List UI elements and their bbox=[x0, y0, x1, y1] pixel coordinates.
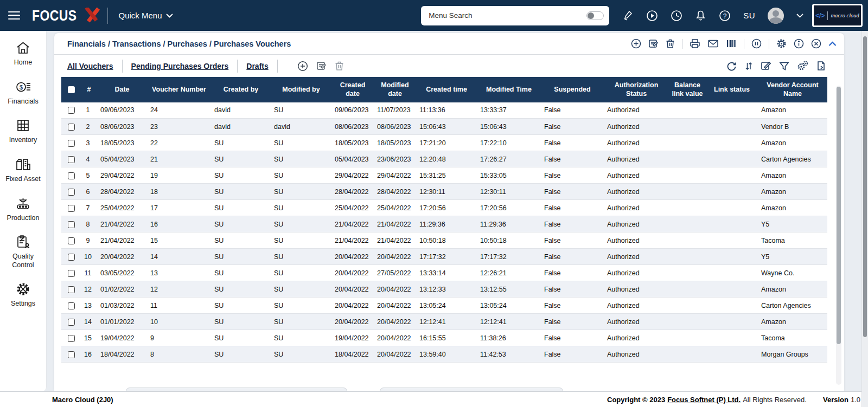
table-scrollbar-thumb[interactable] bbox=[837, 87, 841, 344]
hand-writing-icon[interactable] bbox=[622, 10, 634, 21]
column-header-created-by[interactable]: Created by bbox=[211, 77, 271, 102]
quick-menu-button[interactable]: Quick Menu bbox=[119, 11, 173, 20]
tab-all-vouchers[interactable]: All Vouchers bbox=[67, 62, 113, 70]
search-toggle[interactable] bbox=[586, 11, 604, 20]
edit-voucher-icon[interactable] bbox=[316, 61, 327, 71]
profile-chevron-down-icon[interactable] bbox=[796, 14, 803, 18]
window-scrollbar-thumb[interactable] bbox=[863, 36, 867, 337]
history-clock-icon[interactable] bbox=[671, 10, 682, 22]
pause-circle-icon[interactable] bbox=[751, 38, 762, 49]
row-checkbox[interactable] bbox=[68, 351, 75, 358]
row-checkbox[interactable] bbox=[68, 270, 75, 277]
column-header-suspended[interactable]: Suspended bbox=[541, 77, 604, 102]
table-row[interactable]: 1201/02/202212SUSU20/04/202220/04/202213… bbox=[61, 281, 827, 298]
filter-icon[interactable] bbox=[779, 61, 789, 71]
row-checkbox[interactable] bbox=[68, 254, 75, 261]
column-header-date[interactable]: Date bbox=[97, 77, 147, 102]
table-row[interactable]: 529/04/202219SUSU29/04/202229/04/202215:… bbox=[61, 167, 827, 184]
export-document-icon[interactable] bbox=[816, 61, 826, 71]
sort-icon[interactable] bbox=[745, 61, 752, 71]
tab-pending-purchases-orders[interactable]: Pending Purchases Orders bbox=[131, 62, 229, 70]
print-icon[interactable] bbox=[690, 38, 700, 49]
table-row[interactable]: 1618/04/20228SUSU18/04/202220/04/202213:… bbox=[61, 346, 827, 363]
table-row[interactable]: 405/04/202321SUSU05/04/202323/06/202312:… bbox=[61, 151, 827, 167]
hamburger-menu-icon[interactable] bbox=[8, 9, 20, 22]
row-checkbox[interactable] bbox=[68, 124, 75, 131]
menu-search-box[interactable] bbox=[421, 6, 609, 25]
advanced-settings-gears-icon[interactable] bbox=[797, 61, 808, 71]
table-row[interactable]: 821/04/202216SUSU21/04/202221/04/202211:… bbox=[61, 216, 827, 232]
column-header--[interactable]: # bbox=[81, 77, 97, 102]
sidebar-item-financials[interactable]: $ Financials bbox=[0, 80, 46, 106]
row-checkbox[interactable] bbox=[68, 237, 75, 244]
column-header-modified-date[interactable]: Modified date bbox=[374, 77, 416, 102]
table-row[interactable]: 318/05/202322SUSU18/05/202318/05/202317:… bbox=[61, 135, 827, 151]
email-icon[interactable] bbox=[707, 39, 719, 48]
add-record-icon[interactable] bbox=[631, 38, 641, 49]
cell-date: 29/04/2022 bbox=[97, 167, 147, 184]
delete-voucher-icon[interactable] bbox=[335, 61, 344, 71]
new-voucher-icon[interactable] bbox=[297, 61, 308, 72]
help-circle-icon[interactable]: ? bbox=[719, 10, 731, 22]
sidebar-item-settings[interactable]: Settings bbox=[0, 282, 46, 308]
row-checkbox[interactable] bbox=[68, 302, 75, 309]
delete-trash-icon[interactable] bbox=[666, 38, 675, 49]
column-header-authorization-status[interactable]: Authorization Status bbox=[604, 77, 669, 102]
barcode-icon[interactable] bbox=[726, 39, 737, 48]
column-header-created-time[interactable]: Created time bbox=[416, 77, 477, 102]
column-header-voucher-number[interactable]: Voucher Number bbox=[147, 77, 211, 102]
breadcrumb[interactable]: Financials / Transactions / Purchases / … bbox=[67, 40, 291, 48]
table-row[interactable]: 921/04/202215SUSU21/04/202221/04/202210:… bbox=[61, 232, 827, 249]
sidebar-item-home[interactable]: Home bbox=[0, 41, 46, 67]
table-row[interactable]: 1103/05/202213SUSU20/04/202227/05/202213… bbox=[61, 265, 827, 281]
row-checkbox[interactable] bbox=[68, 172, 75, 179]
row-checkbox[interactable] bbox=[68, 205, 75, 212]
sidebar-item-quality-control[interactable]: Quality Control bbox=[0, 235, 46, 269]
table-row[interactable]: 628/04/202218SUSU28/04/202228/04/202212:… bbox=[61, 184, 827, 200]
notifications-bell-icon[interactable] bbox=[695, 10, 706, 22]
macro-cloud-logo[interactable]: </> macro cloud bbox=[812, 4, 863, 27]
edit-grid-icon[interactable] bbox=[761, 61, 771, 71]
tab-drafts[interactable]: Drafts bbox=[246, 62, 268, 70]
row-checkbox[interactable] bbox=[68, 156, 75, 163]
column-header-vendor-account-name[interactable]: Vendor Account Name bbox=[758, 77, 827, 102]
row-checkbox[interactable] bbox=[68, 319, 75, 326]
column-header-link-status[interactable]: Link status bbox=[706, 77, 758, 102]
window-scrollbar[interactable] bbox=[861, 31, 868, 407]
user-avatar[interactable] bbox=[768, 8, 784, 24]
row-checkbox[interactable] bbox=[68, 335, 75, 342]
cell-date: 01/03/2022 bbox=[97, 298, 147, 314]
table-row[interactable]: 725/04/202217SUSU25/04/202225/04/202217:… bbox=[61, 200, 827, 216]
table-row[interactable]: 1301/03/202211SUSU20/04/202220/04/202213… bbox=[61, 298, 827, 314]
search-input[interactable] bbox=[429, 11, 586, 20]
collapse-chevron-up-icon[interactable] bbox=[828, 41, 837, 47]
page-settings-gear-icon[interactable] bbox=[776, 38, 787, 49]
sidebar-item-production[interactable]: Production bbox=[0, 196, 46, 223]
table-row[interactable]: 1020/04/202214SUSU20/04/202220/04/202217… bbox=[61, 249, 827, 265]
sidebar-item-fixed-asset[interactable]: Fixed Asset bbox=[0, 157, 46, 184]
cell-voucher-number: 17 bbox=[147, 200, 211, 216]
column-header-modified-by[interactable]: Modified by bbox=[271, 77, 331, 102]
edit-note-icon[interactable] bbox=[648, 38, 659, 49]
company-link[interactable]: Focus Softnet (P) Ltd. bbox=[667, 396, 741, 404]
row-checkbox[interactable] bbox=[68, 286, 75, 293]
close-circle-icon[interactable] bbox=[811, 38, 821, 49]
row-checkbox[interactable] bbox=[68, 140, 75, 147]
row-checkbox[interactable] bbox=[68, 107, 75, 114]
sidebar-item-inventory[interactable]: Inventory bbox=[0, 118, 46, 145]
refresh-icon[interactable] bbox=[726, 61, 737, 71]
column-header-modified-time[interactable]: Modified Time bbox=[477, 77, 541, 102]
info-circle-icon[interactable] bbox=[794, 38, 804, 49]
column-header-balance-link-value[interactable]: Balance link value bbox=[669, 77, 706, 102]
row-checkbox[interactable] bbox=[68, 221, 75, 228]
select-all-checkbox[interactable] bbox=[68, 86, 75, 93]
table-row[interactable]: 1519/04/20229SUSU19/04/202220/04/202216:… bbox=[61, 330, 827, 346]
table-row[interactable]: 208/06/202323daviddavid08/06/202308/06/2… bbox=[61, 119, 827, 135]
play-circle-icon[interactable] bbox=[646, 10, 658, 22]
breadcrumb-trail[interactable]: Financials / Transactions / Purchases / bbox=[67, 40, 214, 48]
table-row[interactable]: 109/06/202324davidSU09/06/202311/07/2023… bbox=[61, 102, 827, 119]
column-header-created-date[interactable]: Created date bbox=[331, 77, 374, 102]
table-scrollbar[interactable] bbox=[836, 86, 841, 385]
table-row[interactable]: 1401/01/202210SUSU20/04/202220/04/202212… bbox=[61, 314, 827, 330]
row-checkbox[interactable] bbox=[68, 189, 75, 196]
